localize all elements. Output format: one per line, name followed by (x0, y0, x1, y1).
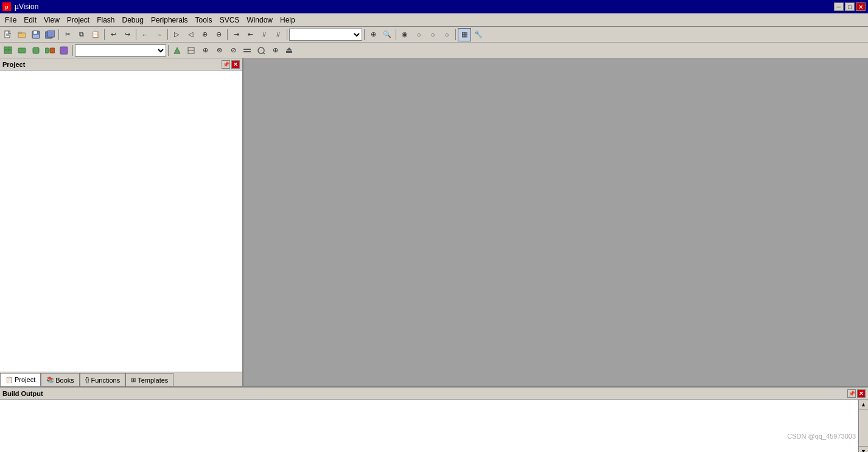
tb2-btn8[interactable]: ⊕ (198, 44, 212, 57)
uncomment-button[interactable]: // (271, 28, 285, 41)
bookmark2-button[interactable]: ◁ (184, 28, 197, 41)
tb2-btn11[interactable] (240, 44, 254, 57)
tb2-btn13[interactable]: ⊕ (268, 44, 282, 57)
panel-close-button[interactable]: ✕ (231, 60, 240, 69)
functions-tab-icon: {} (85, 377, 89, 383)
project-panel-titlebar: Project 📌 ✕ (0, 58, 242, 71)
nav-back-button[interactable]: ← (138, 28, 152, 41)
open-file-button[interactable] (15, 28, 29, 41)
maximize-button[interactable]: □ (845, 2, 855, 11)
svg-rect-7 (33, 35, 39, 38)
run-target-button[interactable]: ◉ (398, 28, 411, 41)
title-bar: μ µVision ─ □ ✕ (0, 0, 868, 13)
svg-rect-11 (8, 47, 12, 50)
new-file-button[interactable] (1, 28, 15, 41)
comment-button[interactable]: // (257, 28, 271, 41)
debug-btn4[interactable] (43, 44, 57, 57)
project-tab-label: Project (15, 376, 35, 383)
minimize-button[interactable]: ─ (834, 2, 844, 11)
svg-rect-13 (8, 50, 12, 54)
tab-functions[interactable]: {} Functions (80, 373, 125, 386)
tb2-btn9[interactable]: ⊗ (212, 44, 226, 57)
menu-peripherals[interactable]: Peripherals (147, 15, 192, 26)
paste-button[interactable]: 📋 (89, 28, 102, 41)
debug-btn5[interactable] (57, 44, 71, 57)
tb2-btn10[interactable]: ⊘ (226, 44, 240, 57)
insert-button[interactable]: ⊕ (366, 28, 380, 41)
menu-svcs[interactable]: SVCS (216, 15, 243, 26)
tab-project[interactable]: 📋 Project (0, 373, 41, 386)
close-button[interactable]: ✕ (856, 2, 866, 11)
find-button[interactable]: 🔍 (380, 28, 394, 41)
bottom-panel: Build Output 📌 ✕ ▲ ▼ ◄ ► (0, 386, 868, 452)
tb2-btn12[interactable] (254, 44, 268, 57)
build-target-dropdown[interactable] (75, 44, 166, 57)
left-panel: Project 📌 ✕ 📋 Project 📚 Books (0, 58, 243, 386)
templates-tab-icon: ⊞ (131, 377, 136, 383)
tb2-btn14[interactable] (282, 44, 296, 57)
svg-marker-19 (174, 47, 180, 54)
tb2-btn7[interactable] (184, 44, 198, 57)
tb2-icon12 (257, 46, 265, 55)
config-button[interactable]: 🔧 (472, 28, 485, 41)
svg-line-25 (263, 52, 265, 54)
bookmark3-button[interactable]: ⊕ (198, 28, 211, 41)
view-mode-button[interactable]: ▦ (458, 28, 471, 41)
toolbar-row-2: ⊕ ⊗ ⊘ ⊕ (0, 43, 868, 58)
menu-file[interactable]: File (1, 15, 20, 26)
debug-icon4 (45, 46, 55, 55)
menu-tools[interactable]: Tools (192, 15, 216, 26)
menu-bar: File Edit View Project Flash Debug Perip… (0, 13, 868, 27)
target-dropdown[interactable] (289, 29, 362, 41)
svg-marker-26 (286, 47, 292, 50)
circle1-button[interactable]: ○ (412, 28, 425, 41)
tb2-btn6[interactable] (170, 44, 184, 57)
tab-books[interactable]: 📚 Books (41, 373, 80, 386)
menu-window[interactable]: Window (243, 15, 276, 26)
save-button[interactable] (29, 28, 43, 41)
circle2-button[interactable]: ○ (426, 28, 439, 41)
menu-view[interactable]: View (40, 15, 63, 26)
build-pin-button[interactable]: 📌 (847, 389, 856, 398)
redo-button[interactable]: ↪ (121, 28, 134, 41)
debug-btn3[interactable] (29, 44, 43, 57)
menu-project[interactable]: Project (63, 15, 93, 26)
debug-icon2 (18, 46, 26, 55)
build-scrollbar[interactable]: ▲ ▼ (858, 400, 868, 452)
separator-7 (364, 29, 365, 40)
debug-btn1[interactable] (1, 44, 15, 57)
circle3-button[interactable]: ○ (440, 28, 453, 41)
build-panel-controls: 📌 ✕ (847, 389, 866, 398)
menu-help[interactable]: Help (276, 15, 299, 26)
scrollbar-up-btn[interactable]: ▲ (859, 400, 868, 409)
new-file-icon (4, 30, 12, 39)
unindent-button[interactable]: ⇤ (243, 28, 257, 41)
bookmark4-button[interactable]: ⊖ (212, 28, 225, 41)
scrollbar-down-btn[interactable]: ▼ (859, 446, 868, 452)
project-content (0, 71, 242, 372)
project-panel: Project 📌 ✕ (0, 58, 242, 372)
menu-flash[interactable]: Flash (93, 15, 118, 26)
separator-t2-1 (72, 45, 73, 56)
indent-button[interactable]: ⇥ (229, 28, 243, 41)
toolbar-row-1: ✂ ⧉ 📋 ↩ ↪ ← → ▷ ◁ ⊕ ⊖ ⇥ ⇤ // // ⊕ 🔍 ◉ ○ … (0, 27, 868, 43)
undo-button[interactable]: ↩ (107, 28, 120, 41)
svg-rect-16 (45, 48, 49, 53)
svg-rect-23 (243, 51, 251, 52)
tab-templates[interactable]: ⊞ Templates (125, 373, 173, 386)
save-all-button[interactable] (43, 28, 57, 41)
menu-edit[interactable]: Edit (20, 15, 40, 26)
cut-button[interactable]: ✂ (61, 28, 74, 41)
separator-5 (227, 29, 228, 40)
panel-pin-button[interactable]: 📌 (222, 60, 230, 69)
project-panel-title: Project (2, 61, 25, 68)
debug-icon3 (32, 46, 40, 55)
svg-rect-9 (47, 30, 55, 37)
nav-fwd-button[interactable]: → (152, 28, 166, 41)
svg-rect-27 (286, 51, 292, 53)
build-close-button[interactable]: ✕ (857, 389, 866, 398)
debug-btn2[interactable] (15, 44, 29, 57)
copy-button[interactable]: ⧉ (75, 28, 88, 41)
bookmark1-button[interactable]: ▷ (170, 28, 183, 41)
menu-debug[interactable]: Debug (119, 15, 147, 26)
